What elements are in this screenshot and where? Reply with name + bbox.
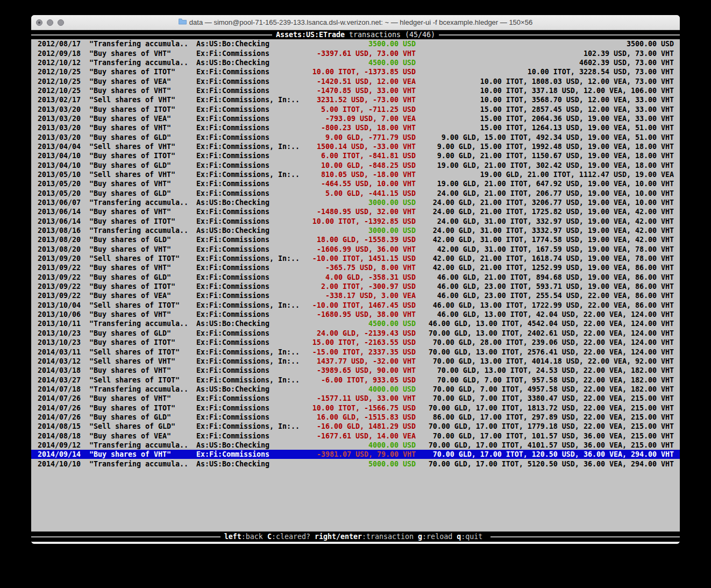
transaction-amount: 4000.00 USD — [304, 441, 416, 449]
transaction-amount: 5000.00 USD — [304, 460, 416, 468]
transaction-account: Ex:Fi:Commissions, In:.. — [196, 254, 304, 263]
transaction-row[interactable]: 2013/04/10 "Buy shares of ITOT" Ex:Fi:Co… — [31, 151, 680, 160]
transaction-amount: 24.00 GLD, -2139.43 USD — [304, 329, 416, 337]
transaction-row[interactable]: 2013/02/17 "Sell shares of VHT" Ex:Fi:Co… — [31, 95, 680, 104]
transaction-date: 2013/04/04 — [38, 143, 89, 151]
transaction-date: 2013/06/14 — [38, 208, 89, 216]
transaction-row[interactable]: 2014/03/12 "Sell shares of VHT" Ex:Fi:Co… — [31, 357, 680, 366]
transaction-row[interactable]: 2012/10/25 "Buy shares of ITOT" Ex:Fi:Co… — [31, 67, 680, 76]
transaction-row[interactable]: 2012/08/17 "Transfering accumula.. As:US… — [31, 39, 680, 48]
transaction-amount: -3981.07 USD, 79.00 VHT — [304, 450, 416, 458]
transaction-row[interactable]: 2013/06/07 "Transfering accumula.. As:US… — [31, 198, 680, 207]
transaction-balance: 46.00 GLD, 13.00 ITOT, 4542.04 USD, 22.0… — [416, 320, 674, 328]
transaction-row[interactable]: 2013/09/22 "Buy shares of VEA" Ex:Fi:Com… — [31, 291, 680, 300]
transaction-row[interactable]: 2014/08/18 "Buy shares of VEA" Ex:Fi:Com… — [31, 431, 680, 440]
transaction-balance: 70.00 GLD, 7.00 ITOT, 3380.47 USD, 22.00… — [416, 394, 674, 402]
transaction-date: 2013/09/22 — [38, 273, 89, 281]
transaction-row[interactable]: 2013/06/14 "Buy shares of ITOT" Ex:Fi:Co… — [31, 217, 680, 226]
transaction-balance: 10.00 ITOT, 337.18 USD, 12.00 VEA, 106.0… — [416, 87, 674, 95]
key-hint-back: left:back — [224, 533, 263, 541]
close-button[interactable] — [36, 19, 42, 26]
transaction-balance: 70.00 GLD, 17.00 ITOT, 1813.72 USD, 22.0… — [416, 404, 674, 412]
transaction-row[interactable]: 2014/03/11 "Sell shares of ITOT" Ex:Fi:C… — [31, 347, 680, 356]
transaction-row[interactable]: 2012/09/18 "Buy shares of VHT" Ex:Fi:Com… — [31, 48, 680, 58]
transaction-account: Ex:Fi:Commissions, In:.. — [196, 96, 304, 104]
transaction-row[interactable]: 2013/09/22 "Buy shares of VHT" Ex:Fi:Com… — [31, 263, 680, 272]
zoom-button[interactable] — [58, 19, 64, 26]
transaction-row[interactable]: 2013/03/20 "Buy shares of VHT" Ex:Fi:Com… — [31, 123, 680, 132]
transaction-row[interactable]: 2013/09/22 "Buy shares of GLD" Ex:Fi:Com… — [31, 273, 680, 282]
transaction-row[interactable]: 2013/10/06 "Buy shares of VHT" Ex:Fi:Com… — [31, 310, 680, 319]
transaction-date: 2013/06/07 — [38, 199, 89, 207]
transaction-row[interactable]: 2014/10/10 "Transfering accumula.. As:US… — [31, 459, 680, 468]
transaction-row[interactable]: 2014/03/18 "Buy shares of VHT" Ex:Fi:Com… — [31, 366, 680, 375]
transaction-account: Ex:Fi:Commissions — [196, 329, 304, 337]
window-titlebar[interactable]: data — simon@pool-71-165-239-133.lsanca.… — [31, 15, 680, 30]
transaction-date: 2013/03/20 — [38, 133, 89, 141]
transaction-row[interactable]: 2013/03/20 "Buy shares of VEA" Ex:Fi:Com… — [31, 114, 680, 123]
transaction-description: "Buy shares of ITOT" — [89, 105, 196, 114]
terminal-window: data — simon@pool-71-165-239-133.lsanca.… — [31, 15, 680, 544]
transaction-row[interactable]: 2014/07/26 "Buy shares of ITOT" Ex:Fi:Co… — [31, 403, 680, 412]
transaction-row[interactable]: 2013/08/16 "Transfering accumula.. As:US… — [31, 226, 680, 235]
transaction-balance: 70.00 GLD, 7.00 ITOT, 4957.58 USD, 22.00… — [416, 385, 674, 393]
transaction-row[interactable]: 2012/10/25 "Buy shares of VHT" Ex:Fi:Com… — [31, 86, 680, 95]
transaction-row[interactable]: 2014/07/26 "Buy shares of GLD" Ex:Fi:Com… — [31, 413, 680, 422]
transaction-account: Ex:Fi:Commissions — [196, 450, 304, 458]
transaction-balance: 70.00 GLD, 28.00 ITOT, 239.06 USD, 22.00… — [416, 338, 674, 346]
transaction-balance: 15.00 ITOT, 2857.45 USD, 12.00 VEA, 33.0… — [416, 105, 674, 114]
transaction-amount: -6.00 ITOT, 933.05 USD — [304, 376, 416, 384]
transaction-row[interactable]: 2014/09/12 "Transfering accumula.. As:US… — [31, 441, 680, 450]
transaction-row[interactable]: 2014/07/18 "Transfering accumula.. As:US… — [31, 385, 680, 394]
transaction-row[interactable]: 2013/08/20 "Buy shares of GLD" Ex:Fi:Com… — [31, 235, 680, 244]
transaction-date: 2014/03/18 — [38, 366, 89, 374]
transaction-amount: -3989.65 USD, 90.00 VHT — [304, 366, 416, 374]
transaction-description: "Buy shares of GLD" — [89, 273, 196, 281]
transaction-amount: -793.09 USD, 7.00 VEA — [304, 115, 416, 123]
transaction-description: "Transfering accumula.. — [89, 385, 196, 393]
transaction-date: 2012/10/25 — [38, 87, 89, 95]
transaction-account: Ex:Fi:Commissions — [196, 245, 304, 253]
transaction-row[interactable]: 2013/10/23 "Buy shares of ITOT" Ex:Fi:Co… — [31, 338, 680, 347]
transaction-row[interactable]: 2013/10/04 "Sell shares of ITOT" Ex:Fi:C… — [31, 301, 680, 310]
transaction-row[interactable]: 2013/05/20 "Buy shares of GLD" Ex:Fi:Com… — [31, 189, 680, 198]
transaction-description: "Sell shares of ITOT" — [89, 254, 196, 263]
transaction-amount: 18.00 GLD, -1558.39 USD — [304, 236, 416, 244]
transaction-balance: 24.00 GLD, 31.00 ITOT, 332.97 USD, 19.00… — [416, 217, 674, 225]
transaction-account: Ex:Fi:Commissions — [196, 366, 304, 374]
transaction-row[interactable]: 2013/08/20 "Buy shares of VHT" Ex:Fi:Com… — [31, 245, 680, 254]
transaction-row[interactable]: 2014/03/27 "Sell shares of ITOT" Ex:Fi:C… — [31, 375, 680, 384]
transaction-row[interactable]: 2013/06/14 "Buy shares of VHT" Ex:Fi:Com… — [31, 207, 680, 216]
transaction-amount: -3397.61 USD, 73.00 VHT — [304, 49, 416, 58]
transaction-account: Ex:Fi:Commissions, In:.. — [196, 301, 304, 309]
transaction-row[interactable]: 2012/10/25 "Buy shares of VEA" Ex:Fi:Com… — [31, 76, 680, 86]
transaction-amount: -365.75 USD, 8.00 VHT — [304, 264, 416, 272]
transaction-row[interactable]: 2013/04/10 "Buy shares of GLD" Ex:Fi:Com… — [31, 160, 680, 169]
transaction-row[interactable]: 2014/08/15 "Sell shares of GLD" Ex:Fi:Co… — [31, 422, 680, 431]
footer-rule-right — [490, 536, 680, 537]
transaction-row[interactable]: 2013/09/20 "Sell shares of ITOT" Ex:Fi:C… — [31, 254, 680, 263]
transaction-row[interactable]: 2013/10/11 "Transfering accumula.. As:US… — [31, 319, 680, 328]
transaction-row[interactable]: 2012/10/12 "Transfering accumula.. As:US… — [31, 58, 680, 67]
transaction-amount: 5.00 ITOT, -711.25 USD — [304, 105, 416, 114]
transaction-row[interactable]: 2013/10/23 "Buy shares of GLD" Ex:Fi:Com… — [31, 329, 680, 338]
transaction-row[interactable]: 2013/04/04 "Sell shares of VHT" Ex:Fi:Co… — [31, 142, 680, 151]
transaction-account: Ex:Fi:Commissions — [196, 152, 304, 160]
transaction-balance: 42.00 GLD, 21.00 ITOT, 1618.74 USD, 19.0… — [416, 254, 674, 263]
transaction-amount: 4000.00 USD — [304, 385, 416, 393]
transaction-row[interactable]: 2013/03/20 "Buy shares of ITOT" Ex:Fi:Co… — [31, 104, 680, 114]
transaction-row[interactable]: 2013/09/22 "Buy shares of ITOT" Ex:Fi:Co… — [31, 282, 680, 291]
transaction-description: "Buy shares of VHT" — [89, 208, 196, 216]
transaction-row[interactable]: 2014/07/26 "Buy shares of VHT" Ex:Fi:Com… — [31, 394, 680, 403]
transaction-date: 2013/03/20 — [38, 105, 89, 114]
transaction-row[interactable]: 2013/03/20 "Buy shares of GLD" Ex:Fi:Com… — [31, 132, 680, 141]
transaction-row[interactable]: 2013/05/20 "Buy shares of VHT" Ex:Fi:Com… — [31, 179, 680, 188]
transaction-description: "Buy shares of VEA" — [89, 292, 196, 300]
transaction-row[interactable]: 2014/09/14 "Buy shares of VHT" Ex:Fi:Com… — [31, 450, 680, 459]
transaction-date: 2012/09/18 — [38, 49, 89, 58]
minimize-button[interactable] — [47, 19, 53, 26]
transaction-balance: 19.00 GLD, 21.00 ITOT, 302.42 USD, 19.00… — [416, 161, 674, 169]
transaction-row[interactable]: 2013/05/10 "Sell shares of VHT" Ex:Fi:Co… — [31, 170, 680, 179]
transaction-date: 2013/05/20 — [38, 180, 89, 188]
transaction-description: "Buy shares of VHT" — [89, 450, 196, 458]
